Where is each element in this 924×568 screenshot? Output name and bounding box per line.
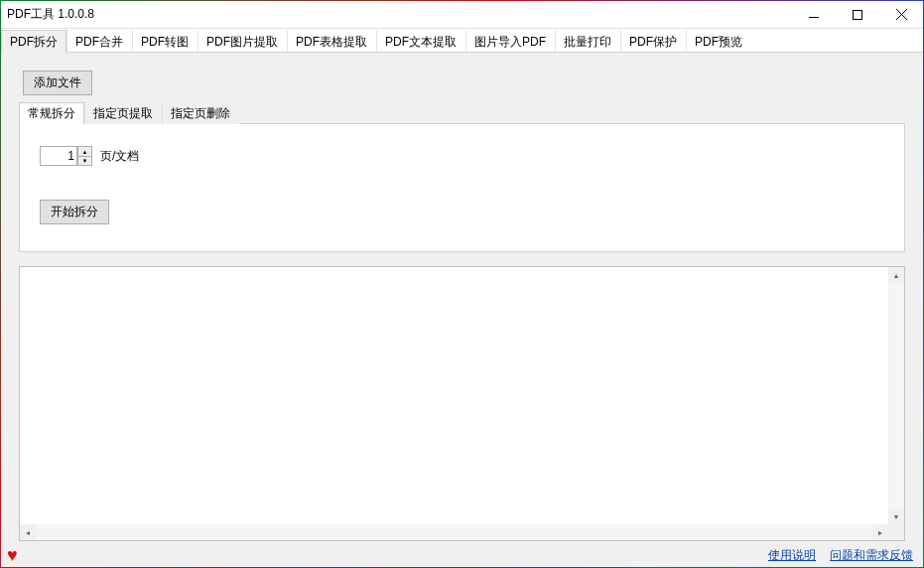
log-content bbox=[20, 267, 888, 524]
tab-pdf-to-image[interactable]: PDF转图 bbox=[132, 30, 198, 54]
tab-pdf-text-extract[interactable]: PDF文本提取 bbox=[376, 30, 465, 54]
add-file-row: 添加文件 bbox=[23, 71, 901, 95]
tab-pdf-image-extract[interactable]: PDF图片提取 bbox=[198, 30, 287, 54]
minimize-icon bbox=[809, 17, 819, 18]
stepper-buttons: ▲ ▼ bbox=[77, 146, 92, 166]
log-panel: ▴ ▾ ◂ ▸ bbox=[19, 266, 905, 541]
tab-pdf-preview[interactable]: PDF预览 bbox=[686, 30, 751, 54]
vscroll-track[interactable] bbox=[888, 283, 904, 508]
scroll-left-button[interactable]: ◂ bbox=[20, 524, 36, 540]
feedback-link[interactable]: 问题和需求反馈 bbox=[830, 547, 913, 564]
app-window: PDF工具 1.0.0.8 PDF拆分 PDF合并 PDF转图 PDF图片提取 … bbox=[0, 0, 924, 568]
subtab-normal-split[interactable]: 常规拆分 bbox=[19, 102, 84, 124]
window-controls bbox=[792, 1, 923, 29]
usage-link[interactable]: 使用说明 bbox=[768, 547, 816, 564]
hscroll-track[interactable] bbox=[36, 524, 872, 540]
heart-icon: ♥ bbox=[7, 545, 18, 566]
scroll-down-button[interactable]: ▾ bbox=[888, 508, 904, 524]
scroll-up-button[interactable]: ▴ bbox=[888, 267, 904, 283]
close-button[interactable] bbox=[879, 1, 923, 29]
start-split-button[interactable]: 开始拆分 bbox=[40, 200, 109, 224]
content: 添加文件 常规拆分 指定页提取 指定页删除 ▲ ▼ 页/文档 开始拆分 bbox=[1, 53, 923, 543]
maximize-icon bbox=[853, 10, 862, 20]
tab-image-to-pdf[interactable]: 图片导入PDF bbox=[465, 30, 555, 54]
pages-per-doc-stepper[interactable]: ▲ ▼ bbox=[40, 146, 92, 166]
stepper-up[interactable]: ▲ bbox=[77, 146, 92, 156]
subtab-page-delete[interactable]: 指定页删除 bbox=[162, 102, 239, 124]
tab-pdf-protect[interactable]: PDF保护 bbox=[620, 30, 686, 54]
titlebar: PDF工具 1.0.0.8 bbox=[1, 1, 923, 29]
main-tabs: PDF拆分 PDF合并 PDF转图 PDF图片提取 PDF表格提取 PDF文本提… bbox=[1, 29, 923, 53]
tab-pdf-split[interactable]: PDF拆分 bbox=[1, 30, 66, 54]
tab-pdf-merge[interactable]: PDF合并 bbox=[66, 30, 132, 54]
sub-tabs: 常规拆分 指定页提取 指定页删除 bbox=[19, 101, 905, 123]
subtab-page-extract[interactable]: 指定页提取 bbox=[84, 102, 162, 124]
minimize-button[interactable] bbox=[792, 1, 836, 29]
scroll-right-button[interactable]: ▸ bbox=[872, 524, 888, 540]
pages-per-doc-row: ▲ ▼ 页/文档 bbox=[40, 146, 884, 166]
window-title: PDF工具 1.0.0.8 bbox=[7, 6, 792, 23]
tab-batch-print[interactable]: 批量打印 bbox=[555, 30, 620, 54]
footer-left: ♥ bbox=[11, 545, 18, 566]
scroll-corner bbox=[888, 524, 904, 540]
vertical-scrollbar[interactable]: ▴ ▾ bbox=[888, 267, 904, 524]
footer: ♥ 使用说明 问题和需求反馈 bbox=[1, 543, 923, 567]
horizontal-scrollbar[interactable]: ◂ ▸ bbox=[20, 524, 888, 540]
add-file-button[interactable]: 添加文件 bbox=[23, 71, 92, 95]
sub-panel: ▲ ▼ 页/文档 开始拆分 bbox=[19, 123, 905, 252]
pages-per-doc-label: 页/文档 bbox=[100, 148, 139, 165]
tab-pdf-table-extract[interactable]: PDF表格提取 bbox=[287, 30, 376, 54]
footer-links: 使用说明 问题和需求反馈 bbox=[768, 547, 913, 564]
pages-per-doc-input[interactable] bbox=[40, 146, 77, 166]
close-icon bbox=[896, 9, 907, 20]
stepper-down[interactable]: ▼ bbox=[77, 156, 92, 166]
maximize-button[interactable] bbox=[836, 1, 879, 29]
